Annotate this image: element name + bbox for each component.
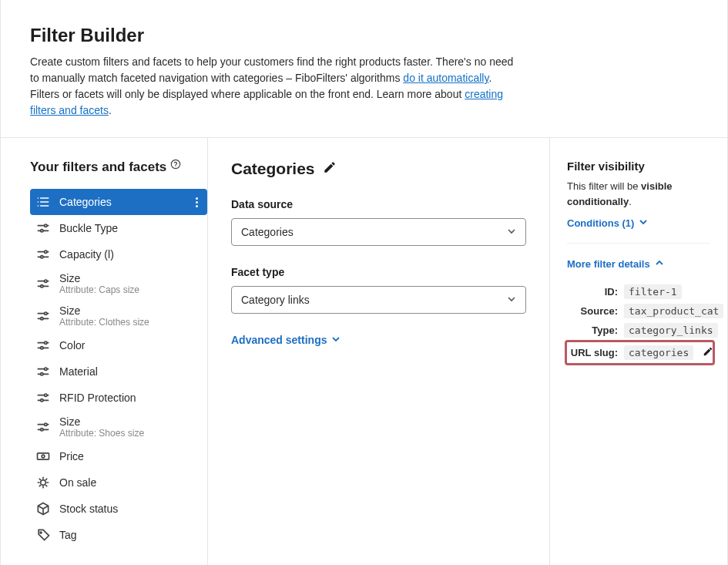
filter-item-label: Color — [59, 339, 85, 351]
filter-item-label: Price — [59, 450, 84, 462]
filter-item-label: Buckle Type — [59, 222, 118, 234]
filter-item-sublabel: Attribute: Caps size — [59, 284, 139, 295]
more-details-toggle[interactable]: More filter details — [567, 258, 664, 270]
svg-point-7 — [41, 285, 43, 288]
filter-item-size-caps[interactable]: Size Attribute: Caps size — [30, 267, 207, 300]
svg-point-1 — [176, 166, 176, 167]
detail-row-source: Source: tax_product_cat — [567, 301, 710, 321]
edit-slug-icon[interactable] — [703, 346, 713, 359]
detail-key: URL slug: — [567, 347, 618, 358]
svg-point-16 — [45, 423, 47, 425]
svg-point-19 — [42, 455, 45, 458]
main-title: Categories — [231, 160, 526, 178]
detail-value: categories — [624, 345, 693, 360]
data-source-label: Data source — [231, 198, 526, 210]
list-icon — [35, 193, 52, 210]
sidebar-title-text: Your filters and facets — [30, 160, 166, 175]
detail-value: category_links — [624, 323, 718, 338]
svg-point-3 — [41, 230, 43, 232]
detail-key: ID: — [567, 286, 618, 298]
filter-item-label: Size — [59, 415, 144, 428]
sidebar-title: Your filters and facets — [30, 160, 207, 175]
filter-item-sublabel: Attribute: Clothes size — [59, 317, 149, 328]
main-title-text: Categories — [231, 160, 315, 178]
svg-point-17 — [41, 429, 43, 431]
chevron-down-icon — [507, 294, 516, 306]
chevron-down-icon — [639, 217, 648, 229]
data-source-value: Categories — [241, 226, 294, 238]
sliders-icon — [35, 419, 52, 436]
divider — [567, 243, 710, 244]
box-icon — [35, 500, 52, 517]
svg-point-9 — [41, 318, 43, 320]
data-source-select[interactable]: Categories — [231, 218, 526, 246]
detail-row-id: ID: filter-1 — [567, 282, 710, 301]
detail-row-type: Type: category_links — [567, 321, 710, 340]
filter-item-categories[interactable]: Categories — [30, 189, 207, 215]
detail-value: tax_product_cat — [624, 304, 723, 318]
filter-item-label: Material — [59, 365, 98, 378]
auto-link[interactable]: do it automatically — [403, 72, 488, 84]
svg-rect-18 — [38, 453, 49, 459]
chevron-up-icon — [655, 258, 664, 270]
sliders-icon — [35, 246, 52, 263]
facet-type-value: Category links — [241, 294, 310, 306]
filter-item-label: Stock status — [59, 503, 118, 515]
page-title: Filter Builder — [30, 25, 698, 46]
facet-type-label: Facet type — [231, 266, 526, 278]
svg-point-0 — [172, 160, 180, 168]
filter-item-label: Tag — [59, 529, 77, 541]
svg-point-15 — [41, 399, 43, 402]
filter-item-material[interactable]: Material — [30, 358, 207, 385]
advanced-settings-toggle[interactable]: Advanced settings — [231, 334, 341, 346]
facet-type-select[interactable]: Category links — [231, 286, 526, 314]
filter-item-buckle-type[interactable]: Buckle Type — [30, 215, 207, 241]
filter-list: Categories Buckle Type Capacity (l) — [30, 189, 207, 548]
filter-item-tag[interactable]: Tag — [30, 522, 207, 548]
help-icon[interactable] — [169, 158, 182, 170]
conditions-label: Conditions (1) — [567, 217, 634, 229]
sliders-icon — [35, 337, 52, 354]
filter-item-capacity[interactable]: Capacity (l) — [30, 241, 207, 267]
chevron-down-icon — [507, 226, 516, 238]
filter-item-color[interactable]: Color — [30, 332, 207, 358]
intro-text: Create custom filters and facets to help… — [30, 54, 523, 119]
detail-key: Type: — [567, 325, 618, 336]
sliders-icon — [35, 275, 52, 292]
svg-point-2 — [45, 224, 47, 227]
price-icon — [35, 448, 52, 465]
conditions-link[interactable]: Conditions (1) — [567, 217, 648, 229]
svg-point-5 — [41, 256, 43, 258]
sliders-icon — [35, 308, 52, 325]
filter-item-label: Size — [59, 272, 139, 284]
sale-icon — [35, 474, 52, 491]
sliders-icon — [35, 363, 52, 380]
filter-item-label: On sale — [59, 476, 96, 489]
filter-item-onsale[interactable]: On sale — [30, 469, 207, 496]
visibility-text: This filter will be visible conditionall… — [567, 179, 710, 209]
svg-point-8 — [45, 312, 47, 314]
filter-item-price[interactable]: Price — [30, 443, 207, 469]
svg-point-10 — [45, 341, 47, 344]
advanced-settings-label: Advanced settings — [231, 334, 327, 346]
filter-item-label: Size — [59, 304, 149, 317]
intro-part: . — [109, 104, 112, 116]
filter-item-size-clothes[interactable]: Size Attribute: Clothes size — [30, 300, 207, 332]
kebab-icon[interactable] — [194, 197, 200, 207]
filter-item-label: Capacity (l) — [59, 248, 114, 261]
sliders-icon — [35, 389, 52, 406]
detail-row-url-slug: URL slug: categories — [565, 340, 715, 365]
visibility-text-part: This filter will be — [567, 180, 641, 192]
svg-point-11 — [41, 347, 43, 349]
filter-item-size-shoes[interactable]: Size Attribute: Shoes size — [30, 411, 207, 443]
svg-point-21 — [40, 532, 42, 533]
sliders-icon — [35, 220, 52, 237]
tag-icon — [35, 526, 52, 543]
details-table: ID: filter-1 Source: tax_product_cat Typ… — [567, 282, 710, 365]
filter-item-stock[interactable]: Stock status — [30, 496, 207, 522]
visibility-text-part: . — [629, 196, 632, 207]
detail-key: Source: — [567, 305, 618, 317]
filter-item-rfid[interactable]: RFID Protection — [30, 385, 207, 411]
edit-title-icon[interactable] — [323, 160, 337, 178]
svg-point-6 — [45, 280, 47, 282]
